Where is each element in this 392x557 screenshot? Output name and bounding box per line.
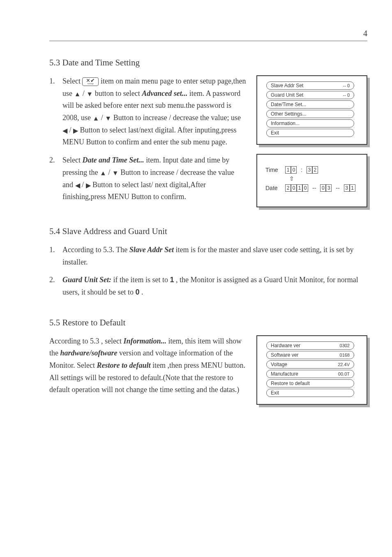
down-arrow-icon: ▼ [105, 113, 111, 124]
time-digits[interactable]: 1 0 [285, 166, 297, 174]
digit-box[interactable]: 0 [291, 184, 297, 192]
date-row: Date 2 0 1 0 -- 0 3 -- 3 1 [265, 184, 358, 192]
down-arrow-icon: ▼ [112, 168, 119, 179]
menu-label: Information... [271, 121, 300, 126]
date-digits[interactable]: 2 0 1 0 [285, 184, 308, 192]
menu-item[interactable]: Exit [266, 129, 354, 137]
emphasis: Restore to default [97, 361, 153, 369]
digit-box[interactable]: 2 [285, 184, 291, 192]
digit-box[interactable]: 3 [344, 184, 350, 192]
step-5-3-1: 1. Select ✕✔ setup item on main menu pag… [49, 75, 247, 149]
information-panel: Hardware ver0302 Software ver0168 Voltag… [256, 335, 367, 405]
date-label: Date [265, 185, 282, 191]
menu-item[interactable]: Voltage22.4V [266, 360, 354, 369]
menu-item[interactable]: Exit [266, 389, 354, 397]
digit-box[interactable]: 0 [291, 166, 297, 174]
digit-box[interactable]: 3 [307, 166, 312, 174]
right-arrow-icon: ▶ [86, 180, 91, 191]
step-body: According to 5.3. The Slave Addr Set ite… [62, 244, 367, 268]
step-5-4-1: 1. According to 5.3. The Slave Addr Set … [49, 244, 367, 268]
text: button to select [95, 89, 142, 97]
text: Select [62, 156, 82, 164]
up-arrow-icon: ▲ [93, 113, 99, 124]
menu-value: -- 0 [343, 93, 350, 97]
section-5-5-text: According to 5.3 , select Information...… [49, 335, 247, 396]
menu-item[interactable]: Information... [266, 119, 354, 128]
menu-value: 0168 [340, 353, 350, 357]
menu-label: Manufacture [271, 371, 298, 377]
menu-label: Other Settings... [271, 111, 307, 117]
down-arrow-icon: ▼ [86, 89, 93, 100]
emphasis: hardware/software [60, 349, 120, 357]
header-rule [49, 41, 367, 41]
text: / [81, 89, 86, 97]
section-5-3-text: 1. Select ✕✔ setup item on main menu pag… [49, 75, 247, 209]
menu-item[interactable]: Date/Time Set... [266, 100, 354, 109]
section-5-5-body: According to 5.3 , select Information...… [49, 335, 367, 414]
heading-5-4: 5.4 Slave Address and Guard Unit [49, 226, 367, 237]
menu-value: -- 0 [343, 83, 350, 88]
menu-label: Date/Time Set... [271, 102, 306, 107]
setup-icon: ✕✔ setup [82, 77, 99, 86]
digit-box[interactable]: 3 [326, 184, 332, 192]
step-number: 2. [49, 154, 62, 167]
menu-item[interactable]: Restore to default [266, 379, 354, 388]
heading-5-5: 5.5 Restore to Default [49, 318, 367, 328]
time-label: Time [265, 167, 282, 173]
text: . [141, 288, 143, 296]
menu-item[interactable]: Guard Unit Set-- 0 [266, 91, 354, 99]
digit-box[interactable]: 1 [297, 184, 302, 192]
time-digits[interactable]: 3 2 [307, 166, 318, 174]
left-arrow-icon: ◀ [75, 180, 80, 191]
step-body: Select Date and Time Set... item. Input … [62, 154, 247, 203]
menu-item[interactable]: Slave Addr Set-- 0 [266, 81, 354, 90]
text: / [106, 168, 112, 176]
menu-item[interactable]: Hardware ver0302 [266, 341, 354, 350]
menu-value: 00.0T [338, 371, 350, 376]
emphasis: Date and Time Set... [82, 156, 146, 164]
step-body: Guard Unit Set: if the item is set to 1 … [62, 274, 367, 298]
text: / [67, 126, 73, 134]
text: Select [62, 77, 82, 85]
text: / [99, 114, 105, 122]
menu-item[interactable]: Manufacture00.0T [266, 370, 354, 378]
menu-value: 22.4V [338, 362, 350, 367]
left-arrow-icon: ◀ [62, 125, 67, 136]
up-arrow-icon: ▲ [100, 168, 106, 179]
step-5-4-2: 2. Guard Unit Set: if the item is set to… [49, 274, 367, 298]
date-digits[interactable]: 0 3 [320, 184, 332, 192]
date-digits[interactable]: 3 1 [344, 184, 355, 192]
page: 4 5.3 Date and Time Setting 1. Select ✕✔… [0, 0, 392, 439]
cursor-indicator-icon: ⇧ [289, 175, 358, 182]
time-row: Time 1 0 : 3 2 [265, 166, 358, 174]
menu-value: 0302 [340, 343, 350, 348]
digit-box[interactable]: 1 [285, 166, 291, 174]
text: Button to increase / decrease the value;… [113, 114, 241, 122]
step-number: 2. [49, 274, 62, 286]
time-separator: : [301, 167, 302, 173]
menu-label: Software ver [271, 352, 298, 358]
right-arrow-icon: ▶ [73, 125, 78, 136]
menu-label: Restore to default [271, 381, 310, 386]
emphasis: 0 [136, 288, 140, 296]
section-5-5-panel: Hardware ver0302 Software ver0168 Voltag… [256, 335, 367, 414]
date-separator: -- [336, 185, 339, 191]
digit-box[interactable]: 0 [320, 184, 326, 192]
menu-label: Voltage [271, 362, 287, 367]
menu-label: Guard Unit Set [271, 92, 303, 98]
menu-label: Hardware ver [271, 343, 300, 348]
section-5-3-panels: Slave Addr Set-- 0 Guard Unit Set-- 0 Da… [256, 75, 367, 207]
digit-box[interactable]: 0 [302, 184, 308, 192]
section-5-3-body: 1. Select ✕✔ setup item on main menu pag… [49, 75, 367, 209]
menu-label: Slave Addr Set [271, 83, 303, 88]
heading-5-3: 5.3 Date and Time Setting [49, 58, 367, 68]
menu-item[interactable]: Software ver0168 [266, 351, 354, 359]
date-separator: -- [312, 185, 316, 191]
emphasis: Guard Unit Set: [62, 276, 113, 284]
digit-box[interactable]: 1 [350, 184, 355, 192]
digit-box[interactable]: 2 [312, 166, 318, 174]
menu-item[interactable]: Other Settings... [266, 110, 354, 118]
time-date-panel: Time 1 0 : 3 2 ⇧ Date 2 0 [256, 154, 367, 207]
step-number: 1. [49, 244, 62, 256]
emphasis: Advanced set... [142, 89, 189, 97]
